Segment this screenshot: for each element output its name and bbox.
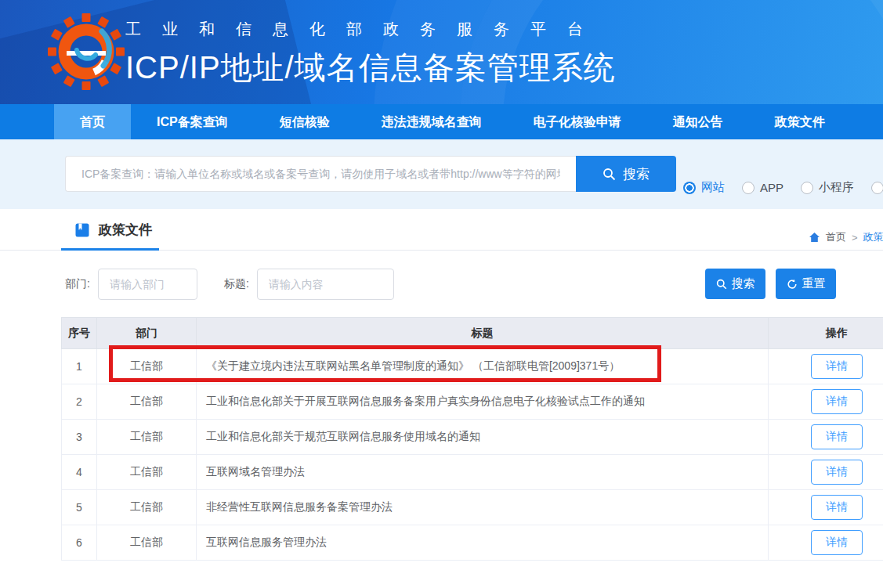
table-row: 4 工信部 互联网域名管理办法 详情	[62, 455, 883, 490]
radio-label: APP	[760, 181, 783, 194]
system-title: ICP/IP地址/域名信息备案管理系统	[125, 46, 616, 89]
filter-search-button[interactable]: 搜索	[705, 269, 765, 299]
cell-title: 《关于建立境内违法互联网站黑名单管理制度的通知》 （工信部联电管[2009]37…	[197, 349, 769, 384]
title-filter-label: 标题:	[224, 277, 249, 291]
cell-dept: 工信部	[97, 525, 197, 561]
refresh-icon	[787, 279, 798, 290]
table-row: 1 工信部 《关于建立境内违法互联网站黑名单管理制度的通知》 （工信部联电管[2…	[62, 349, 883, 384]
filter-search-label: 搜索	[732, 276, 755, 291]
detail-button[interactable]: 详情	[811, 460, 863, 485]
filter-reset-button[interactable]: 重置	[776, 269, 836, 299]
page-header: 工业和信息化部政务服务平台 ICP/IP地址/域名信息备案管理系统	[0, 0, 883, 104]
breadcrumb-current: 政策文件	[863, 230, 883, 244]
detail-button[interactable]: 详情	[811, 530, 863, 555]
nav-item-icp-query[interactable]: ICP备案查询	[131, 104, 254, 139]
nav-item-illegal-domain[interactable]: 违法违规域名查询	[356, 104, 508, 139]
dept-filter-input[interactable]	[98, 269, 197, 300]
cell-no: 6	[62, 525, 97, 561]
radio-unselected-icon	[742, 182, 755, 194]
cell-dept: 工信部	[97, 349, 197, 384]
policy-content: 政策文件 首页 > 政策文件 部门: 标题: 搜索 重置	[0, 209, 883, 588]
breadcrumb-home[interactable]: 首页	[826, 230, 846, 244]
cell-dept: 工信部	[97, 384, 197, 420]
cell-no: 3	[62, 420, 97, 455]
icp-search-button[interactable]: 搜索	[576, 156, 676, 192]
cell-no: 2	[62, 384, 97, 420]
nav-item-policy[interactable]: 政策文件	[749, 104, 851, 139]
cell-title: 互联网域名管理办法	[197, 455, 769, 490]
radio-miniprogram[interactable]: 小程序	[801, 180, 854, 195]
radio-quickapp[interactable]: 快应用	[871, 180, 883, 195]
table-row: 5 工信部 非经营性互联网信息服务备案管理办法 详情	[62, 490, 883, 525]
cell-title: 工业和信息化部关于开展互联网信息服务备案用户真实身份信息电子化核验试点工作的通知	[197, 384, 769, 420]
miit-logo-icon	[47, 13, 125, 91]
breadcrumb-separator: >	[852, 232, 858, 243]
col-header-title: 标题	[197, 318, 769, 349]
radio-app[interactable]: APP	[742, 181, 783, 194]
icp-search-section: 搜索 网站 APP 小程序 快应用	[0, 139, 883, 209]
cell-no: 4	[62, 455, 97, 490]
nav-item-sms-verify[interactable]: 短信核验	[254, 104, 356, 139]
dept-filter-label: 部门:	[65, 277, 90, 291]
table-row: 6 工信部 互联网信息服务管理办法 详情	[62, 525, 883, 561]
cell-dept: 工信部	[97, 420, 197, 455]
home-icon	[809, 232, 820, 243]
filter-form: 部门: 标题:	[65, 269, 394, 300]
detail-button[interactable]: 详情	[811, 389, 863, 414]
cell-dept: 工信部	[97, 455, 197, 490]
table-header-row: 序号 部门 标题 操作	[62, 318, 883, 349]
search-button-label: 搜索	[623, 165, 650, 183]
radio-unselected-icon	[871, 182, 883, 194]
radio-website[interactable]: 网站	[683, 180, 725, 195]
filter-reset-label: 重置	[802, 276, 826, 291]
table-row: 3 工信部 工业和信息化部关于规范互联网信息服务使用域名的通知 详情	[62, 420, 883, 455]
detail-button[interactable]: 详情	[811, 424, 863, 449]
platform-title: 工业和信息化部政务服务平台	[125, 19, 616, 40]
cell-no: 5	[62, 490, 97, 525]
search-type-group: 网站 APP 小程序 快应用	[683, 180, 883, 195]
radio-label: 小程序	[819, 180, 854, 195]
col-header-no: 序号	[62, 318, 97, 349]
search-icon	[716, 279, 727, 290]
title-filter-input[interactable]	[257, 269, 394, 300]
search-icon	[603, 168, 616, 181]
nav-item-e-verify[interactable]: 电子化核验申请	[508, 104, 647, 139]
main-nav: 首页 ICP备案查询 短信核验 违法违规域名查询 电子化核验申请 通知公告 政策…	[0, 104, 883, 139]
detail-button[interactable]: 详情	[811, 495, 863, 520]
radio-label: 网站	[701, 180, 725, 195]
col-header-actions: 操作	[769, 318, 883, 349]
cell-title: 互联网信息服务管理办法	[197, 525, 769, 561]
nav-item-home[interactable]: 首页	[54, 104, 131, 139]
radio-unselected-icon	[801, 182, 813, 194]
page-title: 政策文件	[99, 221, 152, 239]
nav-item-notices[interactable]: 通知公告	[647, 104, 749, 139]
breadcrumb: 首页 > 政策文件	[809, 230, 883, 244]
icp-search-input[interactable]	[65, 156, 576, 192]
cell-title: 工业和信息化部关于规范互联网信息服务使用域名的通知	[197, 420, 769, 455]
cell-title: 非经营性互联网信息服务备案管理办法	[197, 490, 769, 525]
table-row: 2 工信部 工业和信息化部关于开展互联网信息服务备案用户真实身份信息电子化核验试…	[62, 384, 883, 420]
book-icon	[74, 222, 90, 238]
cell-no: 1	[62, 349, 97, 384]
detail-button[interactable]: 详情	[811, 354, 863, 379]
cell-dept: 工信部	[97, 490, 197, 525]
active-tab-underline	[61, 248, 159, 251]
radio-selected-icon	[683, 182, 696, 194]
col-header-dept: 部门	[97, 318, 197, 349]
policy-table: 序号 部门 标题 操作 1 工信部 《关于建立境内违法互联网站黑名单管理制度的通…	[61, 317, 883, 561]
